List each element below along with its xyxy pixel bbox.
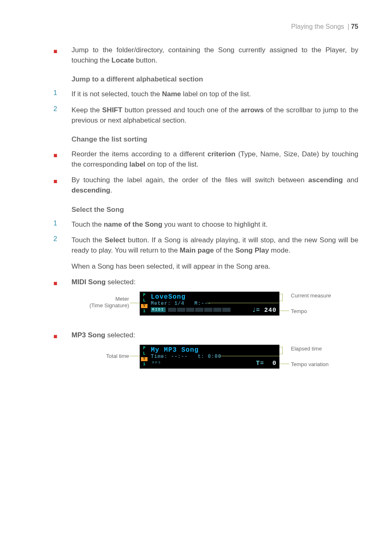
paragraph: If it is not selected, touch the Name la… xyxy=(71,89,358,100)
page-header: Playing the Songs |75 xyxy=(34,23,358,30)
lcd-type-tag: MP3 xyxy=(151,360,162,365)
lcd-meter: Meter: 1/4 xyxy=(151,301,184,306)
bold-text: Select xyxy=(105,236,125,244)
bold-text: label xyxy=(129,160,145,168)
slot xyxy=(186,308,194,312)
lcd-midi-figure: Meter (Time Signature) P L Y 1 LoveSong … xyxy=(71,292,358,320)
callout-line xyxy=(207,303,279,303)
step-number: 2 xyxy=(53,105,71,125)
page-number: 75 xyxy=(351,23,358,30)
text: Elapsed time xyxy=(291,346,322,352)
text: --- xyxy=(201,301,211,306)
content-area: ■ Jump to the folder/directory, containi… xyxy=(34,45,358,374)
text: P xyxy=(143,346,145,350)
lcd-main: My MP3 Song Time: --:-- t: 0:00 MP3 T= 0 xyxy=(148,345,279,368)
callout-label: Meter (Time Signature) xyxy=(71,296,129,309)
text: L xyxy=(143,299,145,303)
text: Reorder the items according to a differe… xyxy=(71,150,208,158)
bold-text: Main page xyxy=(180,246,214,254)
callout-label: Current measure xyxy=(291,292,331,299)
text: button. xyxy=(134,56,157,64)
lcd-total-time: Time: --:-- xyxy=(151,354,188,360)
text: When a Song has been selected, it will a… xyxy=(71,262,236,270)
text: Meter xyxy=(71,296,129,302)
text: By touching the label again, the order o… xyxy=(71,176,308,184)
paragraph: MP3 Song selected: xyxy=(71,330,358,341)
bold-text: MIDI Song xyxy=(71,278,106,286)
lcd-elapsed-time: t: 0:00 xyxy=(198,354,221,360)
text: Keep the xyxy=(71,106,102,114)
bold-text: arrows xyxy=(241,106,264,114)
text: 1 xyxy=(143,362,145,367)
text: P xyxy=(143,293,145,297)
text: label on top of the list. xyxy=(181,90,251,98)
text: t: xyxy=(198,354,204,360)
separator: | xyxy=(348,23,349,30)
text: mode. xyxy=(269,246,291,254)
paragraph: Jump to the folder/directory, containing… xyxy=(71,45,358,65)
callout-line xyxy=(279,347,283,354)
callout-label: Tempo xyxy=(291,308,307,315)
step-item: 2 Keep the SHIFT button pressed and touc… xyxy=(53,105,358,125)
bold-text: as­cending xyxy=(308,176,343,184)
lcd-measure: M:--- xyxy=(194,301,211,306)
text: . xyxy=(110,186,112,194)
slot xyxy=(213,308,221,312)
bullet-item: ■ MIDI Song selected: xyxy=(53,277,358,288)
lcd-side-indicator: P L Y 1 xyxy=(140,292,148,315)
bullet-item: ■ By touching the label again, the order… xyxy=(53,175,358,195)
slot xyxy=(168,308,176,312)
slot xyxy=(222,308,231,312)
paragraph: MIDI Song selected: xyxy=(71,277,358,288)
bold-text: Song Play xyxy=(235,246,269,254)
bullet-icon: ■ xyxy=(53,277,71,288)
bullet-item: ■ Jump to the folder/directory, containi… xyxy=(53,45,358,65)
lcd-info-line: Meter: 1/4 M:--- xyxy=(151,301,277,306)
text: Touch the xyxy=(71,220,104,228)
text: Touch the xyxy=(71,236,105,244)
paragraph: Touch the Select button. If a Song is al… xyxy=(71,235,358,255)
lcd-panel: P L Y 1 LoveSong Meter: 1/4 M:--- MIDI xyxy=(140,292,279,316)
paragraph: By touching the label again, the order o… xyxy=(71,175,358,195)
text: 1/4 xyxy=(174,301,184,306)
callout-label: Tempo variation xyxy=(291,361,329,368)
text: button pressed and touch one of the xyxy=(122,106,241,114)
lcd-song-title: My MP3 Song xyxy=(151,346,277,354)
text: 1 xyxy=(143,309,145,313)
callout-line xyxy=(219,356,279,356)
lcd-song-title: LoveSong xyxy=(151,293,277,301)
text: M: xyxy=(194,301,201,306)
text: Y xyxy=(141,304,148,308)
step-number: 1 xyxy=(53,89,71,100)
slot xyxy=(177,308,185,312)
subheading: Jump to a different alphabetical section xyxy=(53,75,358,84)
callout-label: Total time xyxy=(71,353,129,360)
text: selected: xyxy=(105,331,135,339)
bullet-item: ■ Reorder the items according to a diffe… xyxy=(53,149,358,169)
text: selected: xyxy=(106,278,136,286)
text: Tempo xyxy=(291,308,307,315)
step-number: 1 xyxy=(53,220,71,230)
text: you want to choose to highlight it. xyxy=(162,220,267,228)
callout-line xyxy=(130,356,140,356)
lcd-main: LoveSong Meter: 1/4 M:--- MIDI xyxy=(148,292,279,315)
text: Total time xyxy=(71,353,129,360)
text: Meter: xyxy=(151,301,171,306)
callout-line xyxy=(279,364,289,364)
bold-text: criterion xyxy=(208,150,235,158)
lcd-info-line: Time: --:-- t: 0:00 xyxy=(151,354,277,360)
subheading: Change the list sorting xyxy=(53,135,358,144)
bold-text: Song xyxy=(236,262,253,270)
step-item: 2 Touch the Select button. If a Song is … xyxy=(53,235,358,255)
lcd-mp3-figure: Total time P L Y 1 My MP3 Song Time: --:… xyxy=(71,345,358,374)
bullet-item: ■ MP3 Song selected: xyxy=(53,330,358,341)
text: 0:00 xyxy=(208,354,221,360)
step-item: 1 Touch the name of the Song you want to… xyxy=(53,220,358,230)
bold-text: name of the Song xyxy=(104,220,162,228)
paragraph: When a Song has been selected, it will a… xyxy=(53,262,358,272)
callout-label: Elapsed time xyxy=(291,346,322,352)
bullet-icon: ■ xyxy=(53,149,71,169)
lcd-side-indicator: P L Y 1 xyxy=(140,345,148,368)
bullet-icon: ■ xyxy=(53,175,71,195)
bold-text: SHIFT xyxy=(102,106,122,114)
